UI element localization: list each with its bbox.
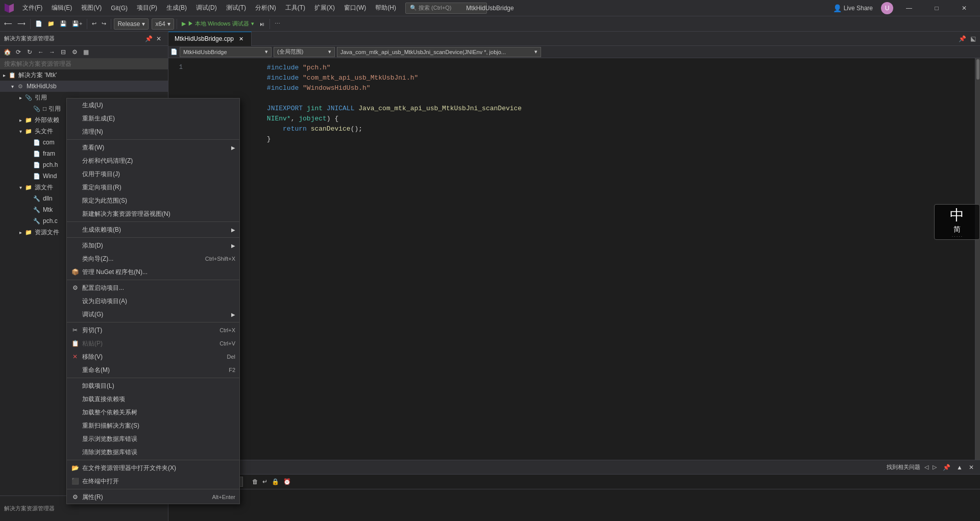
ctx-open-folder[interactable]: 📂 在文件资源管理器中打开文件夹(X) xyxy=(67,461,239,475)
menu-debug[interactable]: 调试(D) xyxy=(192,2,221,14)
ctx-clear-db-errors[interactable]: 清除浏览数据库错误 xyxy=(67,445,239,459)
ctx-project-only[interactable]: 仅用于项目(J) xyxy=(67,167,239,181)
ctx-set-startup[interactable]: 设为启动项目(A) xyxy=(67,294,239,308)
editor-scrollbar[interactable] xyxy=(975,58,980,460)
undo-btn[interactable]: ↩ xyxy=(90,18,99,30)
run-btn[interactable]: ▶ ▶ 本地 Windows 调试器 ▾ xyxy=(180,18,256,30)
editor-tab-main[interactable]: MtkHidUsbBridge.cpp ✕ xyxy=(168,32,252,46)
sidebar-view-btn[interactable]: ▦ xyxy=(81,47,91,57)
ctx-retarget[interactable]: 重定向项目(R) xyxy=(67,181,239,194)
ctx-scope[interactable]: 限定为此范围(S) xyxy=(67,194,239,207)
nav-file-icon: 📄 xyxy=(170,48,178,55)
sidebar-refresh-btn[interactable]: ↻ xyxy=(24,47,35,57)
ctx-show-db-errors[interactable]: 显示浏览数据库错误 xyxy=(67,432,239,445)
menu-file[interactable]: 文件(F) xyxy=(18,2,46,14)
ctx-add[interactable]: 添加(D) ▶ xyxy=(67,239,239,252)
ctx-startup-config[interactable]: ⚙ 配置启动项目... xyxy=(67,281,239,294)
user-avatar[interactable]: U xyxy=(881,2,893,14)
ctx-analyze[interactable]: 分析和代码清理(Z) xyxy=(67,154,239,167)
sidebar-home-btn[interactable]: 🏠 xyxy=(2,47,12,57)
sidebar-search-input[interactable] xyxy=(0,58,168,69)
menu-git[interactable]: Git(G) xyxy=(107,3,132,14)
redo-btn[interactable]: ↪ xyxy=(100,18,108,30)
menu-test[interactable]: 测试(T) xyxy=(222,2,250,14)
output-lock-btn[interactable]: 🔒 xyxy=(271,477,280,486)
find-bar: 找到相关问题 ◁ ▷ xyxy=(883,463,941,471)
sidebar-sync-btn[interactable]: ⟳ xyxy=(13,47,23,57)
tab-split-btn[interactable]: ⬕ xyxy=(968,34,978,43)
output-word-wrap-btn[interactable]: ↵ xyxy=(261,477,268,486)
ctx-view[interactable]: 查看(W) ▶ xyxy=(67,141,239,154)
ctx-rescan[interactable]: 重新扫描解决方案(S) xyxy=(67,419,239,432)
menu-view[interactable]: 视图(V) xyxy=(77,2,106,14)
ctx-class-wizard-shortcut: Ctrl+Shift+X xyxy=(205,256,235,262)
minimize-button[interactable]: — xyxy=(897,0,921,16)
menu-help[interactable]: 帮助(H) xyxy=(371,2,400,14)
sidebar-close-btn[interactable]: ✕ xyxy=(154,34,164,44)
menu-project[interactable]: 项目(P) xyxy=(133,2,161,14)
ctx-open-terminal[interactable]: ⬛ 在终端中打开 xyxy=(67,475,239,488)
ctx-load-all[interactable]: 加载整个依赖关系树 xyxy=(67,406,239,419)
panel-close-btn[interactable]: ✕ xyxy=(967,463,976,472)
toolbar-more[interactable]: ⋯ xyxy=(273,18,282,30)
ctx-cut-label: 剪切(T) xyxy=(82,326,102,335)
attach-btn[interactable]: ⏯ xyxy=(257,18,267,30)
ctx-rebuild[interactable]: 重新生成(E) xyxy=(67,112,239,125)
ctx-remove[interactable]: ✕ 移除(V) Del xyxy=(67,350,239,363)
code-content[interactable]: 1 #include "pch.h" #include "com_mtk_ap xyxy=(168,58,975,460)
menu-analyze[interactable]: 分析(N) xyxy=(251,2,280,14)
sidebar-pin-btn[interactable]: 📌 xyxy=(143,34,154,44)
new-btn[interactable]: 📄 xyxy=(33,18,44,30)
panel-expand-btn[interactable]: ▲ xyxy=(954,463,965,472)
sidebar-collapseall-btn[interactable]: ⊟ xyxy=(58,47,68,57)
save-btn[interactable]: 💾 xyxy=(58,18,69,30)
ctx-nuget[interactable]: 📦 管理 NuGet 程序包(N)... xyxy=(67,265,239,279)
close-button[interactable]: ✕ xyxy=(952,0,976,16)
ctx-unload[interactable]: 卸载项目(L) xyxy=(67,379,239,392)
tree-project[interactable]: ▾ ⚙ MtkHidUsb xyxy=(0,81,168,92)
nav-scope-dropdown[interactable]: (全局范围) ▾ xyxy=(274,47,335,57)
menu-edit[interactable]: 编辑(E) xyxy=(47,2,76,14)
forward-btn[interactable]: ⟶ xyxy=(15,18,28,30)
menu-build[interactable]: 生成(B) xyxy=(162,2,191,14)
panel-pin-btn[interactable]: 📌 xyxy=(941,463,952,472)
config-dropdown[interactable]: Release ▾ xyxy=(114,18,149,30)
output-clock-btn[interactable]: ⏰ xyxy=(282,477,292,486)
back-btn[interactable]: ⟵ xyxy=(2,18,14,30)
tab-close-btn[interactable]: ✕ xyxy=(237,35,245,43)
tab-pin-btn[interactable]: 📌 xyxy=(957,34,968,43)
ctx-new-view-label: 新建解决方案资源管理器视图(N) xyxy=(82,210,170,218)
sep4 xyxy=(177,19,177,29)
ctx-cut[interactable]: ✂ 剪切(T) Ctrl+X xyxy=(67,324,239,337)
maximize-button[interactable]: □ xyxy=(925,0,948,16)
ctx-clean[interactable]: 清理(N) xyxy=(67,125,239,138)
open-btn[interactable]: 📁 xyxy=(45,18,57,30)
find-bar-prev[interactable]: ◁ xyxy=(924,464,928,470)
save-all-btn[interactable]: 💾+ xyxy=(70,18,84,30)
ctx-view-label: 查看(W) xyxy=(82,143,104,152)
tree-solution[interactable]: ▸ 📋 解决方案 'Mtk' xyxy=(0,69,168,81)
menu-window[interactable]: 窗口(W) xyxy=(340,2,370,14)
ctx-class-wizard[interactable]: 类向导(Z)... Ctrl+Shift+X xyxy=(67,252,239,265)
ctx-properties[interactable]: ⚙ 属性(R) Alt+Enter xyxy=(67,490,239,504)
sidebar-back-btn[interactable]: ← xyxy=(36,47,46,57)
ctx-debug-arrow: ▶ xyxy=(231,312,235,317)
liveshare-button[interactable]: 👤 Live Share xyxy=(829,3,877,13)
ctx-rename[interactable]: 重命名(M) F2 xyxy=(67,363,239,377)
ctx-paste[interactable]: 📋 粘贴(P) Ctrl+V xyxy=(67,337,239,350)
nav-file-dropdown[interactable]: MtkHidUsbBridge ▾ xyxy=(180,47,272,57)
arch-dropdown[interactable]: x64 ▾ xyxy=(152,18,174,30)
nav-function-dropdown[interactable]: Java_com_mtk_api_usb_MtkUsbJni_scanDevic… xyxy=(337,47,541,57)
menu-tools[interactable]: 工具(T) xyxy=(281,2,309,14)
find-bar-next[interactable]: ▷ xyxy=(933,464,937,470)
ctx-new-view[interactable]: 新建解决方案资源管理器视图(N) xyxy=(67,207,239,220)
ctx-debug[interactable]: 调试(G) ▶ xyxy=(67,308,239,321)
menu-extensions[interactable]: 扩展(X) xyxy=(310,2,339,14)
output-clear-btn[interactable]: 🗑 xyxy=(251,477,259,486)
ctx-build[interactable]: 生成(U) xyxy=(67,98,239,112)
sidebar-settings-btn[interactable]: ⚙ xyxy=(69,47,80,57)
scrollbar-thumb[interactable] xyxy=(976,59,979,80)
ctx-deps[interactable]: 生成依赖项(B) ▶ xyxy=(67,223,239,236)
sidebar-forward-btn[interactable]: → xyxy=(47,47,57,57)
ctx-load-direct[interactable]: 加载直接依赖项 xyxy=(67,392,239,406)
